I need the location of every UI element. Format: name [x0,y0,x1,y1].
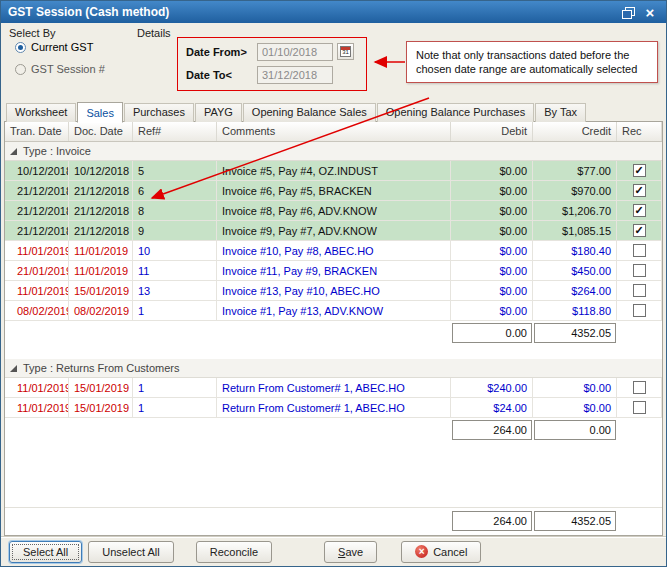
grid-body: Type : Invoice10/12/201810/12/20185Invoi… [5,142,662,456]
cell-credit: $1,085.15 [533,221,617,240]
cell-rec: ✓ [617,161,662,180]
tab-by-tax[interactable]: By Tax [535,103,586,122]
transaction-row[interactable]: 21/01/201911/01/201911Invoice #11, Pay #… [5,261,662,281]
rec-checkbox[interactable] [633,244,646,257]
unselect-all-button[interactable]: Unselect All [88,541,173,563]
restore-icon[interactable] [619,3,637,21]
group-row[interactable]: Type : Invoice [5,142,662,161]
transaction-row[interactable]: 10/12/201810/12/20185Invoice #5, Pay #4,… [5,161,662,181]
cell-rec: ✓ [617,201,662,220]
transaction-row[interactable]: 08/02/201908/02/20191Invoice #1, Pay #13… [5,301,662,321]
details-label: Details [137,27,171,39]
cell-doc-date: 21/12/2018 [69,201,133,220]
cell-debit: $0.00 [451,281,533,300]
radio-gst-session[interactable]: GST Session # [15,63,105,75]
cell-ref: 1 [133,378,217,397]
radio-unselected-icon [15,64,26,75]
cell-rec: ✓ [617,221,662,240]
cell-tran-date: 21/12/2018 [5,181,69,200]
column-header-ref[interactable]: Ref# [133,122,217,141]
cell-ref: 6 [133,181,217,200]
radio-selected-icon [15,42,26,53]
column-header-doc-date[interactable]: Doc. Date [69,122,133,141]
rec-checkbox[interactable] [633,401,646,414]
group-row[interactable]: Type : Returns From Customers [5,359,662,378]
tab-purchases[interactable]: Purchases [124,103,194,122]
column-header-tran-date[interactable]: Tran. Date [5,122,69,141]
cell-debit: $0.00 [451,301,533,320]
tab-opening-balance-purchases[interactable]: Opening Balance Purchases [377,103,534,122]
tab-payg[interactable]: PAYG [195,103,242,122]
cell-rec [617,398,662,417]
cell-credit: $77.00 [533,161,617,180]
column-header-comments[interactable]: Comments [217,122,451,141]
calendar-icon: 31 [340,46,351,57]
column-header-debit[interactable]: Debit [451,122,533,141]
save-button[interactable]: Save [324,541,377,563]
cell-rec [617,301,662,320]
top-panel: Select By Current GST GST Session # Deta… [1,23,666,101]
close-icon[interactable]: × [641,3,659,21]
group-spacer [5,345,662,359]
rec-checkbox[interactable]: ✓ [633,164,646,177]
cell-debit: $0.00 [451,241,533,260]
rec-checkbox[interactable]: ✓ [633,204,646,217]
rec-checkbox[interactable] [633,381,646,394]
transaction-row[interactable]: 11/01/201915/01/20191Return From Custome… [5,378,662,398]
transaction-row[interactable]: 11/01/201911/01/201910Invoice #10, Pay #… [5,241,662,261]
select-all-button[interactable]: Select All [9,541,82,563]
cell-doc-date: 15/01/2019 [69,281,133,300]
column-header-rec[interactable]: Rec [617,122,662,141]
tab-worksheet[interactable]: Worksheet [6,103,76,122]
cell-credit: $1,206.70 [533,201,617,220]
tab-sales[interactable]: Sales [77,102,123,123]
tab-opening-balance-sales[interactable]: Opening Balance Sales [243,103,376,122]
cancel-button[interactable]: ×Cancel [401,541,481,563]
column-header-credit[interactable]: Credit [533,122,617,141]
transaction-row[interactable]: 21/12/201821/12/20188Invoice #8, Pay #6,… [5,201,662,221]
rec-checkbox[interactable] [633,284,646,297]
transaction-row[interactable]: 21/12/201821/12/20186Invoice #6, Pay #5,… [5,181,662,201]
cell-comments: Invoice #10, Pay #8, ABEC.HO [217,241,451,260]
rec-checkbox[interactable]: ✓ [633,184,646,197]
grand-total-debit: 264.00 [452,511,532,531]
date-to-label: Date To< [186,69,232,81]
grand-total-credit: 4352.05 [534,511,616,531]
transaction-row[interactable]: 21/12/201821/12/20189Invoice #9, Pay #7,… [5,221,662,241]
cell-comments: Invoice #11, Pay #9, BRACKEN [217,261,451,280]
cell-doc-date: 08/02/2019 [69,301,133,320]
cell-comments: Invoice #13, Pay #10, ABEC.HO [217,281,451,300]
cell-rec [617,378,662,397]
tab-bar: WorksheetSalesPurchasesPAYGOpening Balan… [4,101,663,122]
cell-doc-date: 10/12/2018 [69,161,133,180]
rec-checkbox[interactable] [633,304,646,317]
cell-credit: $970.00 [533,181,617,200]
cell-comments: Invoice #8, Pay #6, ADV.KNOW [217,201,451,220]
transactions-grid: Tran. DateDoc. DateRef#CommentsDebitCred… [4,121,663,536]
group-label: Type : Returns From Customers [23,362,180,374]
rec-checkbox[interactable] [633,264,646,277]
cell-doc-date: 21/12/2018 [69,221,133,240]
radio-current-gst[interactable]: Current GST [15,41,93,53]
cell-rec [617,241,662,260]
transaction-row[interactable]: 11/01/201915/01/201913Invoice #13, Pay #… [5,281,662,301]
cell-comments: Invoice #5, Pay #4, OZ.INDUST [217,161,451,180]
cell-comments: Invoice #9, Pay #7, ADV.KNOW [217,221,451,240]
reconcile-button[interactable]: Reconcile [196,541,272,563]
cell-debit: $0.00 [451,261,533,280]
date-from-input[interactable] [257,43,333,61]
cell-debit: $0.00 [451,221,533,240]
transaction-row[interactable]: 11/01/201915/01/20191Return From Custome… [5,398,662,418]
rec-checkbox[interactable]: ✓ [633,224,646,237]
date-to-input[interactable] [257,66,333,84]
cell-ref: 5 [133,161,217,180]
radio-current-gst-label: Current GST [31,41,93,53]
cell-tran-date: 11/01/2019 [5,398,69,417]
collapse-icon [10,148,17,155]
subtotal-debit: 264.00 [452,420,532,440]
subtotal-credit: 0.00 [534,420,616,440]
calendar-button[interactable]: 31 [337,43,354,60]
radio-gst-session-label: GST Session # [31,63,105,75]
cell-doc-date: 11/01/2019 [69,261,133,280]
group-subtotal-row: 264.000.00 [5,418,662,442]
